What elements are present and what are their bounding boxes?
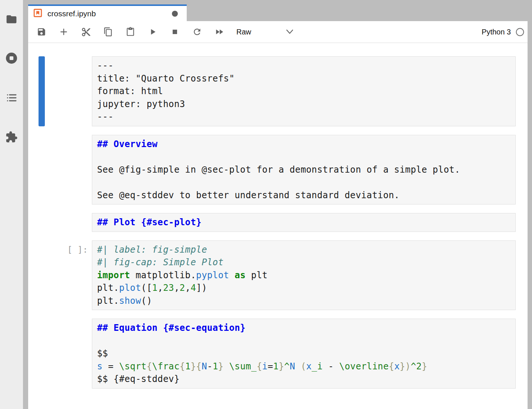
restart-run-all-button[interactable] — [214, 27, 225, 37]
cell-editor-markdown[interactable]: ## OverviewSee @fig-simple in @sec-plot … — [92, 135, 516, 205]
copy-cells-button[interactable] — [103, 27, 113, 37]
code-line: ## Overview — [97, 138, 511, 151]
notebook-tab[interactable]: crossref.ipynb — [28, 4, 187, 21]
notebook-toolbar: Raw Python 3 — [28, 21, 528, 43]
run-cell-button[interactable] — [147, 27, 158, 37]
paste-cells-button[interactable] — [125, 27, 136, 37]
running-kernels-icon[interactable] — [5, 51, 18, 65]
table-of-contents-icon[interactable] — [5, 91, 18, 104]
code-line: See @fig-simple in @sec-plot for a demon… — [97, 163, 511, 176]
notebook-cell: ## Equation {#sec-equation}$$s = \sqrt{\… — [39, 319, 516, 389]
code-line: #| label: fig-simple — [97, 243, 511, 256]
code-line — [97, 335, 511, 348]
cell-editor-markdown[interactable]: ## Plot {#sec-plot} — [92, 213, 516, 232]
kernel-indicator[interactable]: Python 3 — [482, 27, 525, 37]
code-line: --- — [97, 110, 511, 123]
cell-editor-raw[interactable]: ---title: "Quarto Crossrefs"format: html… — [92, 56, 516, 126]
notebook-cell: [ ]:#| label: fig-simple#| fig-cap: Simp… — [39, 240, 516, 310]
execution-count-prompt — [45, 56, 92, 126]
code-line — [97, 176, 511, 189]
code-line: import matplotlib.pyplot as plt — [97, 269, 511, 282]
file-browser-folder-icon[interactable] — [5, 13, 18, 26]
cell-type-dropdown[interactable]: Raw — [236, 28, 294, 36]
cell-collapser[interactable] — [39, 319, 45, 389]
cell-collapser[interactable] — [39, 240, 45, 310]
kernel-name-label: Python 3 — [482, 28, 511, 36]
code-line: jupyter: python3 — [97, 98, 511, 111]
execution-count-prompt: [ ]: — [45, 240, 92, 310]
notebook-cell: ## OverviewSee @fig-simple in @sec-plot … — [39, 135, 516, 205]
notebook-cell: ---title: "Quarto Crossrefs"format: html… — [39, 56, 516, 126]
interrupt-kernel-button[interactable] — [170, 27, 180, 37]
unsaved-changes-dot — [172, 11, 178, 17]
execution-count-prompt — [45, 135, 92, 205]
notebook-panel: Raw Python 3 ---title: "Quarto Crossrefs… — [28, 21, 528, 409]
kernel-status-circle-icon — [515, 27, 525, 37]
code-line: s = \sqrt{\frac{1}{N-1} \sum_{i=1}^N (x_… — [97, 360, 511, 373]
code-line: #| fig-cap: Simple Plot — [97, 256, 511, 269]
cell-editor-code[interactable]: #| label: fig-simple#| fig-cap: Simple P… — [92, 240, 516, 310]
code-line: --- — [97, 59, 511, 72]
cell-list: ---title: "Quarto Crossrefs"format: html… — [28, 43, 528, 389]
cut-cells-button[interactable] — [81, 27, 91, 37]
notebook-cell: ## Plot {#sec-plot} — [39, 213, 516, 232]
code-line: $$ {#eq-stddev} — [97, 373, 511, 386]
cell-collapser[interactable] — [39, 213, 45, 232]
cell-collapser[interactable] — [39, 56, 45, 126]
chevron-down-icon — [286, 29, 294, 35]
code-line: ## Plot {#sec-plot} — [97, 216, 511, 229]
execution-count-prompt — [45, 319, 92, 389]
code-line: ## Equation {#sec-equation} — [97, 322, 511, 335]
code-line: plt.show() — [97, 295, 511, 307]
code-line: $$ — [97, 347, 511, 360]
execution-count-prompt — [45, 213, 92, 232]
code-line: format: html — [97, 85, 511, 98]
code-line — [97, 150, 511, 163]
cell-editor-markdown[interactable]: ## Equation {#sec-equation}$$s = \sqrt{\… — [92, 319, 516, 389]
cell-type-selected-value: Raw — [236, 28, 251, 36]
restart-kernel-button[interactable] — [192, 27, 202, 37]
activity-sidebar — [0, 0, 23, 409]
extension-manager-puzzle-icon[interactable] — [5, 130, 18, 144]
notebook-file-icon — [33, 8, 43, 19]
code-line: plt.plot([1,23,2,4]) — [97, 282, 511, 295]
code-line: title: "Quarto Crossrefs" — [97, 72, 511, 85]
insert-cell-button[interactable] — [59, 27, 69, 37]
tab-title: crossref.ipynb — [47, 9, 96, 18]
code-line: See @eq-stddev to better understand stan… — [97, 189, 511, 202]
cell-collapser[interactable] — [39, 135, 45, 205]
save-button[interactable] — [36, 27, 47, 37]
jupyterlab-window: { "tab": { "title": "crossref.ipynb", "i… — [0, 0, 532, 409]
